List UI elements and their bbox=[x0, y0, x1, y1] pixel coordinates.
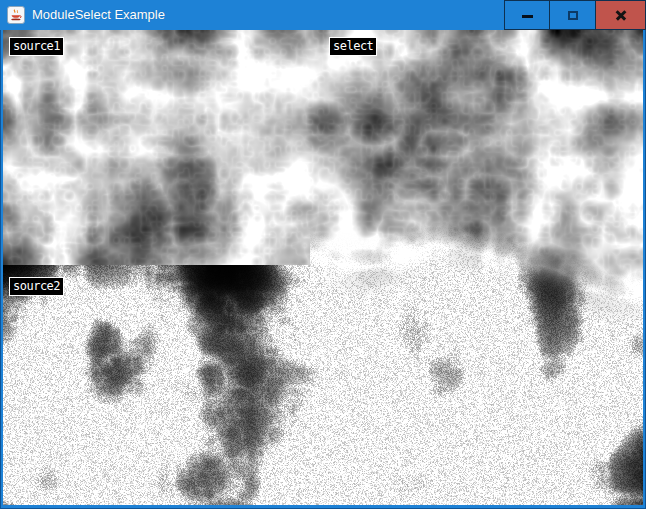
java-coffee-cup-icon bbox=[7, 6, 25, 24]
overlay-label-source2: source2 bbox=[9, 277, 64, 296]
window-controls bbox=[504, 0, 646, 30]
titlebar[interactable]: ModuleSelect Example bbox=[0, 0, 646, 30]
render-area: source1 select source2 bbox=[3, 30, 643, 505]
close-button[interactable] bbox=[596, 0, 646, 30]
minimize-icon bbox=[522, 15, 533, 18]
maximize-icon bbox=[568, 11, 578, 20]
window-title: ModuleSelect Example bbox=[32, 0, 165, 30]
app-window: ModuleSelect Example source1 select sour… bbox=[0, 0, 646, 509]
close-icon bbox=[615, 9, 627, 21]
minimize-button[interactable] bbox=[504, 0, 550, 30]
overlay-label-source1: source1 bbox=[9, 37, 64, 56]
overlay-label-select: select bbox=[329, 37, 377, 56]
noise-canvas bbox=[3, 30, 643, 505]
maximize-button[interactable] bbox=[550, 0, 596, 30]
